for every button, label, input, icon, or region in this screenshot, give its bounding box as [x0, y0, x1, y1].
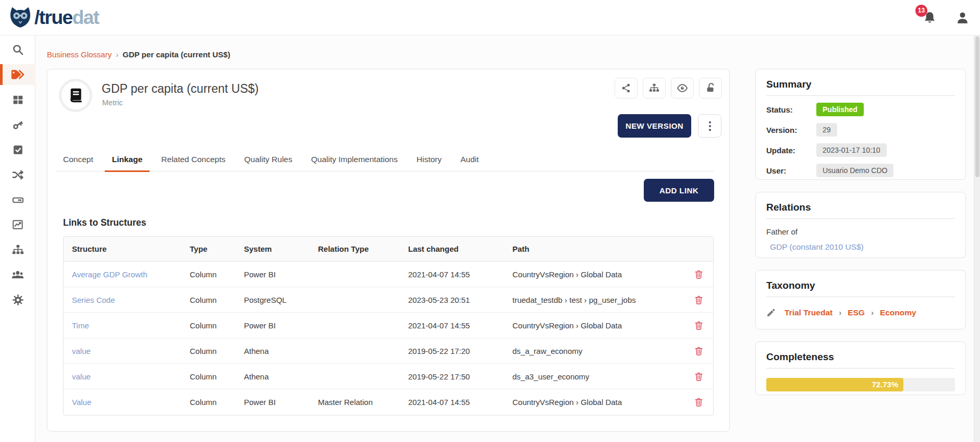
- type-cell: Column: [190, 270, 244, 279]
- structure-link[interactable]: value: [72, 347, 190, 355]
- truedat-app: /truedat 13: [0, 0, 980, 442]
- structure-link[interactable]: Value: [72, 398, 190, 407]
- breadcrumb-separator: ›: [116, 50, 118, 59]
- system-cell: Power BI: [244, 270, 318, 279]
- type-cell: Column: [190, 372, 244, 381]
- sidebar-item-permissions[interactable]: [0, 114, 35, 135]
- user-icon: [956, 11, 970, 25]
- users-icon: [11, 268, 24, 281]
- sidebar-item-dashboards[interactable]: [0, 89, 35, 110]
- version-badge: 29: [816, 123, 837, 137]
- top-header: /truedat 13: [0, 0, 980, 35]
- tab-quality-rules[interactable]: Quality Rules: [237, 148, 300, 171]
- links-table-header: Structure Type System Relation Type Last…: [64, 237, 713, 262]
- delete-link-button[interactable]: [689, 367, 708, 386]
- taxonomy-domain-link[interactable]: Trial Truedat: [785, 308, 832, 317]
- page-title: GDP per capita (current US$): [102, 82, 259, 96]
- sitemap-icon: [12, 244, 24, 256]
- sitemap-icon: [649, 83, 659, 93]
- relations-title: Relations: [766, 202, 955, 219]
- structure-link[interactable]: Average GDP Growth: [72, 270, 190, 279]
- tab-related-concepts[interactable]: Related Concepts: [154, 148, 232, 171]
- status-label: Status:: [766, 105, 816, 114]
- structure-link[interactable]: Series Code: [72, 296, 190, 304]
- version-label: Version:: [766, 126, 816, 134]
- sidebar-item-metrics[interactable]: [0, 214, 35, 235]
- watch-button[interactable]: [671, 78, 694, 99]
- sidebar-item-systems[interactable]: [0, 189, 35, 210]
- breadcrumb-current: GDP per capita (current US$): [123, 50, 230, 59]
- taxonomy-domain-link[interactable]: Economy: [880, 308, 916, 317]
- col-system: System: [244, 244, 318, 253]
- relation-type-cell: Master Relation: [318, 398, 408, 407]
- grid-icon: [13, 94, 23, 105]
- update-badge: 2023-01-17 10:10: [816, 143, 887, 157]
- structure-link[interactable]: value: [72, 372, 190, 381]
- taxonomy-domain-link[interactable]: ESG: [848, 308, 865, 317]
- check-square-icon: [13, 144, 23, 155]
- taxonomy-title: Taxonomy: [766, 280, 955, 297]
- type-cell: Column: [190, 398, 244, 407]
- new-version-button[interactable]: NEW VERSION: [618, 114, 691, 138]
- tab-linkage[interactable]: Linkage: [105, 148, 150, 171]
- concept-avatar: [59, 79, 92, 112]
- concept-tabs: Concept Linkage Related Concepts Quality…: [56, 148, 714, 171]
- sidebar-item-glossary[interactable]: [0, 64, 35, 85]
- table-row: Value Column Power BI Master Relation 20…: [64, 389, 713, 415]
- sidebar-item-lineage[interactable]: [0, 164, 35, 185]
- concept-action-buttons: [615, 78, 722, 99]
- sidebar-item-search[interactable]: [0, 39, 35, 60]
- delete-link-button[interactable]: [689, 393, 708, 412]
- last-changed-cell: 2021-04-07 14:55: [408, 398, 512, 407]
- edit-taxonomy-button[interactable]: [766, 308, 776, 317]
- truedat-logo[interactable]: /truedat: [8, 6, 99, 29]
- user-badge: Usuario Demo CDO: [816, 164, 893, 177]
- delete-link-button[interactable]: [689, 290, 708, 309]
- left-sidebar: [0, 35, 35, 442]
- logo-wordmark: /truedat: [34, 8, 99, 27]
- taxonomy-separator: ›: [871, 308, 874, 317]
- tab-quality-implementations[interactable]: Quality Implementations: [304, 148, 405, 171]
- sidebar-item-users[interactable]: [0, 264, 35, 285]
- sidebar-item-quality[interactable]: [0, 139, 35, 160]
- eye-icon: [677, 82, 688, 94]
- table-row: Time Column Power BI 2021-04-07 14:55 Co…: [64, 313, 713, 338]
- share-button[interactable]: [615, 78, 638, 99]
- chart-line-icon: [12, 219, 23, 230]
- col-path: Path: [512, 244, 689, 253]
- breadcrumb-glossary-link[interactable]: Business Glossary: [47, 50, 112, 59]
- structure-link[interactable]: Time: [72, 321, 190, 330]
- delete-link-button[interactable]: [689, 341, 708, 360]
- sidebar-item-structures[interactable]: [0, 239, 35, 260]
- path-cell: truedat_testdb › test › pg_user_jobs: [512, 296, 689, 304]
- tab-audit[interactable]: Audit: [453, 148, 486, 171]
- delete-link-button[interactable]: [689, 265, 708, 284]
- path-cell: CountryVsRegion › Global Data: [512, 270, 689, 279]
- user-menu-button[interactable]: [956, 11, 970, 25]
- relation-group-label: Father of: [766, 227, 955, 236]
- add-link-button[interactable]: ADD LINK: [644, 179, 714, 202]
- more-actions-button[interactable]: [698, 114, 721, 138]
- related-concept-link[interactable]: GDP (constant 2010 US$): [770, 242, 955, 252]
- type-cell: Column: [190, 347, 244, 355]
- completeness-panel: Completeness 72.73%: [755, 341, 966, 395]
- path-cell: ds_a3_user_economy: [512, 372, 689, 381]
- sidebar-item-settings[interactable]: [0, 289, 35, 310]
- system-cell: Power BI: [244, 398, 318, 407]
- completeness-title: Completeness: [766, 351, 955, 369]
- type-cell: Column: [190, 296, 244, 304]
- page-scrollbar[interactable]: [974, 35, 980, 442]
- summary-title: Summary: [766, 79, 955, 96]
- taxonomy-path: Trial Truedat › ESG › Economy: [766, 308, 955, 317]
- delete-link-button[interactable]: [689, 316, 708, 335]
- col-last-changed: Last changed: [408, 244, 512, 253]
- table-row: Series Code Column PostgreSQL 2023-05-23…: [64, 287, 713, 313]
- table-row: value Column Athena 2019-05-22 17:20 ds_…: [64, 338, 713, 364]
- structure-links-button[interactable]: [643, 78, 666, 99]
- tab-history[interactable]: History: [409, 148, 449, 171]
- type-cell: Column: [190, 321, 244, 330]
- lock-button[interactable]: [699, 78, 722, 99]
- scrollbar-thumb[interactable]: [975, 36, 979, 177]
- tab-concept[interactable]: Concept: [56, 148, 101, 171]
- notifications-button[interactable]: 13: [923, 11, 937, 25]
